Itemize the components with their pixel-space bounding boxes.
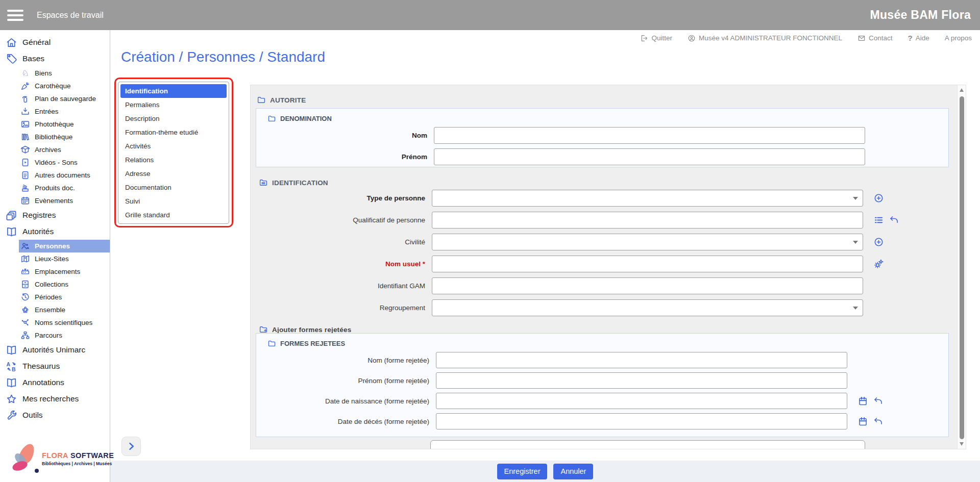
calendar-icon[interactable] (857, 396, 868, 407)
cancel-button[interactable]: Annuler (553, 464, 593, 479)
sidebar-item-entrees[interactable]: Entrées (19, 105, 110, 118)
sidebar-item-evenements[interactable]: Evènements (19, 194, 110, 207)
qualificatif-de-personne-input[interactable] (432, 212, 863, 229)
sidebar-item-registres[interactable]: Registres (0, 207, 110, 223)
sidebar-item-autres-documents[interactable]: Autres documents (19, 169, 110, 182)
tab-formation-theme-etudie[interactable]: Formation-thème etudié (120, 125, 227, 139)
scroll-up-arrow[interactable] (960, 88, 964, 92)
sidebar-item-label: Thesaurus (22, 362, 60, 371)
home-icon (6, 37, 17, 48)
sidebar-item-phototheque[interactable]: Photothèque (19, 118, 110, 131)
sidebar-item-label: Lieux-Sites (35, 255, 69, 263)
sidebar-item-personnes[interactable]: Personnes (19, 240, 110, 252)
calendar-icon[interactable] (857, 416, 868, 427)
section-identification: IDENTIFICATION (259, 178, 328, 187)
sidebar-item-parcours[interactable]: Parcours (19, 329, 110, 342)
prenom-forme-rejetee-input[interactable] (436, 372, 847, 389)
tab-adresse[interactable]: Adresse (120, 167, 227, 181)
sitemap-icon (20, 331, 30, 340)
sidebar-item-biens[interactable]: ♘Biens (19, 67, 110, 80)
tab-identification[interactable]: Identification (120, 84, 227, 98)
form-row-date-de-naissance-forme-rejetee: Date de naissance (forme rejetée) (256, 391, 948, 411)
footer-bar: Enregistrer Annuler (110, 461, 980, 482)
sidebar-item-ensemble[interactable]: Ensemble (19, 303, 110, 316)
tab-description[interactable]: Description (120, 112, 227, 125)
sidebar-item-bibliotheque[interactable]: Bibliothèque (19, 131, 110, 143)
field-label: Qualificatif de personne (251, 216, 432, 224)
sidebar-item-mes-recherches[interactable]: Mes recherches (0, 391, 110, 407)
sidebar-item-noms-scientifiques[interactable]: Noms scientifiques (19, 316, 110, 329)
prenom-input[interactable] (434, 148, 865, 165)
civilite-select[interactable] (432, 234, 863, 250)
plus-circle-icon[interactable] (873, 193, 884, 204)
undo-icon[interactable] (873, 416, 884, 427)
history-icon (20, 292, 30, 302)
tab-grille-standard[interactable]: Grille standard (120, 208, 227, 222)
expand-panel-button[interactable] (121, 437, 141, 456)
sidebar-item-archives[interactable]: Archives (19, 143, 110, 156)
app-title: Musée BAM Flora (870, 8, 971, 22)
partial-input[interactable] (430, 440, 865, 449)
sidebar-item-collections[interactable]: Collections (19, 278, 110, 291)
tab-relations[interactable]: Relations (120, 153, 227, 167)
star-icon (6, 393, 17, 405)
form-row-date-de-deces-forme-rejetee: Date de décés (forme rejetée) (256, 411, 948, 432)
type-de-personne-select[interactable] (432, 190, 863, 207)
contact-link[interactable]: Contact (857, 34, 893, 42)
form-scrollbar (957, 85, 966, 449)
sidebar-item-plan-de-sauvegarde[interactable]: Plan de sauvegarde (19, 92, 110, 105)
sidebar-item-periodes[interactable]: Périodes (19, 291, 110, 303)
tab-activites[interactable]: Activités (120, 139, 227, 153)
tab-permaliens[interactable]: Permaliens (120, 98, 227, 112)
sidebar-item-outils[interactable]: Outils (0, 407, 110, 423)
scrollbar-thumb[interactable] (960, 96, 964, 439)
sidebar-item-emplacements[interactable]: Emplacements (19, 265, 110, 278)
list-icon[interactable] (873, 215, 884, 225)
sidebar-item-produits-doc[interactable]: Produits doc. (19, 182, 110, 194)
sidebar-item-videos-sons[interactable]: Vidéos - Sons (19, 156, 110, 169)
sidebar-item-autorites[interactable]: Autorités (0, 223, 110, 240)
section-autorite: AUTORITE (257, 95, 306, 105)
sidebar-item-thesaurus[interactable]: ABThesaurus (0, 358, 110, 374)
date-de-deces-forme-rejetee-input[interactable] (436, 413, 847, 429)
field-label: Nom usuel * (251, 260, 432, 268)
plus-circle-icon[interactable] (873, 237, 884, 247)
help-link[interactable]: ? Aide (908, 34, 929, 42)
save-button[interactable]: Enregistrer (497, 464, 548, 479)
tab-list: IdentificationPermaliensDescriptionForma… (118, 82, 229, 224)
books-icon (20, 132, 30, 142)
sidebar-item-bases[interactable]: Bases (0, 50, 110, 67)
identifiant-gam-input[interactable] (432, 277, 863, 294)
tab-documentation[interactable]: Documentation (120, 181, 227, 194)
extinguisher-icon (20, 94, 30, 104)
nom-usuel-input[interactable] (432, 256, 863, 272)
regroupement-select[interactable] (432, 299, 863, 316)
sidebar-item-label: Vidéos - Sons (35, 159, 78, 166)
form-row-type-de-personne: Type de personne (251, 187, 958, 209)
chess-knight-icon: ♘ (20, 68, 30, 78)
tab-suivi[interactable]: Suivi (120, 194, 227, 208)
nom-input[interactable] (434, 127, 865, 144)
sidebar-item-label: Carothèque (35, 82, 71, 90)
gears-icon[interactable] (873, 259, 884, 269)
sidebar-item-carotheque[interactable]: Carothèque (19, 80, 110, 92)
form-row-regroupement: Regroupement (251, 297, 958, 319)
form-row-nom-forme-rejetee: Nom (forme rejetée) (256, 350, 948, 370)
menu-icon[interactable] (7, 10, 23, 21)
sidebar-item-annotations[interactable]: Annotations (0, 374, 110, 391)
quit-link[interactable]: Quitter (640, 34, 672, 42)
undo-icon[interactable] (889, 215, 899, 225)
user-menu[interactable]: Musée v4 ADMINISTRATEUR FONCTIONNEL (688, 34, 842, 42)
sidebar-item-autorites-unimarc[interactable]: Autorités Unimarc (0, 342, 110, 358)
about-link[interactable]: A propos (945, 34, 972, 42)
folder-icon (267, 339, 276, 348)
sidebar-item-lieux-sites[interactable]: Lieux-Sites (19, 252, 110, 265)
sidebar-item-general[interactable]: Général (0, 34, 110, 50)
file-video-icon (20, 158, 30, 167)
workspace-label[interactable]: Espaces de travail (37, 11, 104, 20)
translate-icon: AB (6, 361, 17, 372)
undo-icon[interactable] (873, 396, 884, 407)
date-de-naissance-forme-rejetee-input[interactable] (436, 393, 847, 409)
scroll-down-arrow[interactable] (960, 442, 964, 446)
nom-forme-rejetee-input[interactable] (436, 352, 847, 368)
